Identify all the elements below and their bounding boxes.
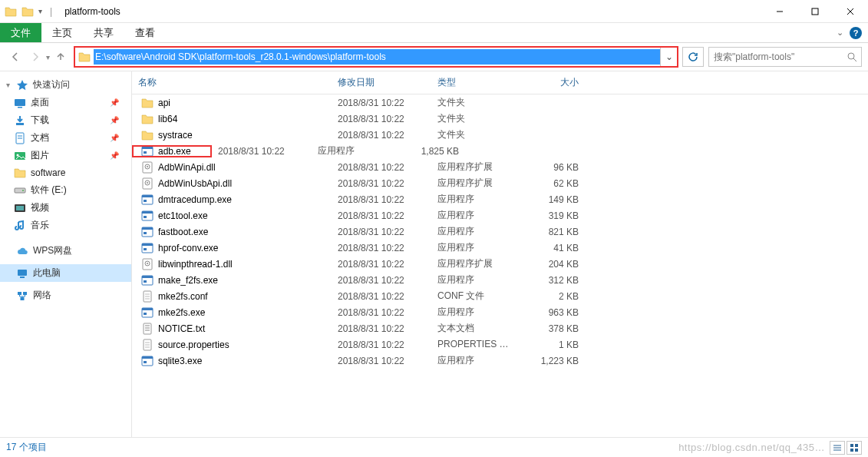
address-input[interactable] [94, 49, 660, 65]
exe-icon [141, 226, 153, 238]
nav-back-button[interactable] [6, 48, 25, 66]
file-type: 应用程序 [431, 225, 523, 238]
file-type: 文件夹 [431, 96, 523, 109]
column-header-name[interactable]: 名称 [132, 71, 332, 94]
sidebar-network[interactable]: ▸ 网络 [0, 286, 131, 304]
address-bar[interactable]: ⌄ [74, 47, 678, 67]
sidebar-item-label: 软件 (E:) [31, 184, 67, 197]
file-date: 2018/8/31 10:22 [332, 339, 431, 350]
desktop-icon [14, 97, 26, 109]
column-header-date[interactable]: 修改日期 [332, 71, 431, 94]
sidebar-item[interactable]: 下载 📌 [0, 111, 131, 129]
sidebar-label: WPS网盘 [33, 244, 72, 257]
exe-icon [141, 210, 153, 222]
file-type: 应用程序 [431, 306, 523, 319]
file-row[interactable]: AdbWinApi.dll 2018/8/31 10:22 应用程序扩展 96 … [132, 159, 868, 175]
ribbon-file-tab[interactable]: 文件 [0, 23, 41, 42]
sidebar-quick-access[interactable]: ▾ 快速访问 [0, 76, 131, 94]
file-row[interactable]: source.properties 2018/8/31 10:22 PROPER… [132, 336, 868, 353]
file-name: AdbWinApi.dll [158, 162, 216, 173]
file-row[interactable]: mke2fs.exe 2018/8/31 10:22 应用程序 963 KB [132, 304, 868, 320]
qat-dropdown-icon[interactable]: ▾ [38, 7, 42, 15]
sidebar-item[interactable]: software [0, 164, 131, 181]
file-type: 应用程序 [431, 241, 523, 254]
exe-icon [141, 274, 153, 286]
nav-history-dropdown-icon[interactable]: ▾ [46, 53, 50, 61]
sidebar-item[interactable]: 音乐 [0, 217, 131, 234]
file-date: 2018/8/31 10:22 [332, 130, 431, 141]
file-name: etc1tool.exe [158, 210, 208, 221]
minimize-button[interactable] [762, 0, 797, 23]
sidebar-item[interactable]: 桌面 📌 [0, 94, 131, 111]
maximize-button[interactable] [797, 0, 833, 23]
nav-forward-button[interactable] [26, 48, 45, 66]
file-row[interactable]: make_f2fs.exe 2018/8/31 10:22 应用程序 312 K… [132, 272, 868, 288]
file-date: 2018/8/31 10:22 [332, 323, 431, 334]
svg-point-35 [848, 53, 854, 59]
ribbon: 文件 主页 共享 查看 ⌄ ? [0, 23, 868, 43]
nav-up-button[interactable] [51, 48, 70, 66]
file-date: 2018/8/31 10:22 [332, 178, 431, 189]
close-button[interactable] [833, 0, 868, 23]
column-header-type[interactable]: 类型 [431, 71, 523, 94]
file-name: NOTICE.txt [158, 323, 205, 334]
ribbon-tab-share[interactable]: 共享 [83, 23, 124, 42]
pin-icon: 📌 [110, 116, 119, 124]
file-name: hprof-conv.exe [158, 243, 219, 253]
file-row[interactable]: fastboot.exe 2018/8/31 10:22 应用程序 821 KB [132, 224, 868, 240]
ribbon-expand-icon[interactable]: ⌄ [837, 28, 843, 38]
dll-icon [141, 177, 153, 190]
file-row[interactable]: NOTICE.txt 2018/8/31 10:22 文本文档 378 KB [132, 320, 868, 336]
file-row[interactable]: dmtracedump.exe 2018/8/31 10:22 应用程序 149… [132, 191, 868, 207]
file-name: dmtracedump.exe [158, 194, 232, 205]
sidebar-label: 此电脑 [33, 267, 61, 280]
sidebar-item[interactable]: 图片 📌 [0, 147, 131, 164]
exe-icon [141, 194, 153, 206]
file-row[interactable]: lib64 2018/8/31 10:22 文件夹 [132, 111, 868, 127]
sidebar-wps[interactable]: ▸ WPS网盘 [0, 242, 131, 260]
help-icon[interactable]: ? [850, 27, 862, 39]
ribbon-tab-view[interactable]: 查看 [124, 23, 166, 42]
file-row[interactable]: libwinpthread-1.dll 2018/8/31 10:22 应用程序… [132, 256, 868, 272]
file-row[interactable]: systrace 2018/8/31 10:22 文件夹 [132, 127, 868, 143]
search-input[interactable] [709, 50, 843, 64]
file-type: 应用程序 [431, 209, 523, 222]
file-date: 2018/8/31 10:22 [212, 146, 312, 157]
file-type: 应用程序 [312, 144, 404, 157]
svg-rect-41 [855, 444, 858, 447]
folder-icon [141, 129, 153, 141]
file-size: 62 KB [523, 178, 585, 189]
file-row[interactable]: adb.exe 2018/8/31 10:22 应用程序 1,825 KB [132, 143, 868, 159]
address-dropdown-icon[interactable]: ⌄ [660, 48, 677, 66]
file-row[interactable]: api 2018/8/31 10:22 文件夹 [132, 94, 868, 111]
svg-line-36 [853, 58, 856, 61]
window-title: platform-tools [64, 6, 120, 17]
file-row[interactable]: etc1tool.exe 2018/8/31 10:22 应用程序 319 KB [132, 207, 868, 224]
file-row[interactable]: hprof-conv.exe 2018/8/31 10:22 应用程序 41 K… [132, 240, 868, 256]
column-header-row: 名称 修改日期 类型 大小 [132, 71, 868, 94]
ribbon-tab-home[interactable]: 主页 [41, 23, 83, 42]
view-details-button[interactable] [830, 441, 845, 455]
file-size: 204 KB [523, 259, 585, 270]
file-size: 1,223 KB [523, 356, 585, 366]
refresh-button[interactable] [682, 47, 704, 67]
view-icons-button[interactable] [847, 441, 862, 455]
column-header-size[interactable]: 大小 [523, 71, 585, 94]
music-icon [14, 220, 26, 232]
file-size: 1,825 KB [404, 146, 465, 157]
sidebar-item-label: 图片 [31, 149, 49, 162]
sidebar-item[interactable]: 文档 📌 [0, 129, 131, 147]
exe-icon [141, 145, 153, 157]
sidebar-item[interactable]: 视频 [0, 199, 131, 217]
file-row[interactable]: AdbWinUsbApi.dll 2018/8/31 10:22 应用程序扩展 … [132, 175, 868, 191]
file-row[interactable]: sqlite3.exe 2018/8/31 10:22 应用程序 1,223 K… [132, 353, 868, 369]
file-type: 应用程序扩展 [431, 177, 523, 190]
sidebar-item[interactable]: 软件 (E:) [0, 181, 131, 199]
file-row[interactable]: mke2fs.conf 2018/8/31 10:22 CONF 文件 2 KB [132, 288, 868, 304]
file-name: sqlite3.exe [158, 356, 202, 366]
file-name: adb.exe [158, 146, 191, 157]
sidebar-this-pc[interactable]: ▸ 此电脑 [0, 264, 131, 282]
file-type: 应用程序 [431, 193, 523, 206]
file-date: 2018/8/31 10:22 [332, 307, 431, 318]
search-box[interactable] [708, 47, 862, 67]
